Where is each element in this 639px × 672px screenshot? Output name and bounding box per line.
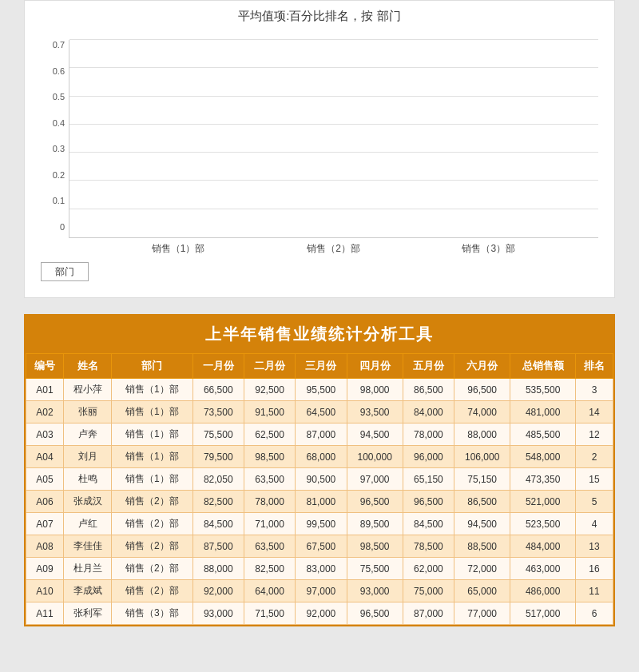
table-cell-r6-c8: 94,500 <box>454 513 510 535</box>
table-cell-r9-c0: A10 <box>26 580 64 602</box>
table-cell-r7-c9: 484,000 <box>510 535 576 558</box>
table-cell-r0-c2: 销售（1）部 <box>112 379 192 401</box>
y-label: 0.4 <box>41 118 69 128</box>
table-cell-r4-c3: 82,050 <box>192 468 244 491</box>
table-cell-r10-c1: 张利军 <box>63 602 111 625</box>
table-row: A07卢红销售（2）部84,50071,00099,50089,50084,50… <box>26 513 613 535</box>
table-cell-r5-c0: A06 <box>26 491 64 513</box>
table-cell-r3-c5: 68,000 <box>296 446 347 468</box>
table-cell-r7-c1: 李佳佳 <box>63 535 111 558</box>
table-cell-r8-c4: 82,500 <box>244 558 295 580</box>
table-row: A04刘月销售（1）部79,50098,50068,000100,00096,0… <box>26 446 613 468</box>
table-cell-r3-c9: 548,000 <box>510 446 576 468</box>
table-cell-r9-c10: 11 <box>576 580 613 602</box>
table-row: A01程小萍销售（1）部66,50092,50095,50098,00086,5… <box>26 379 613 401</box>
table-cell-r2-c5: 87,000 <box>296 423 347 446</box>
table-row: A11张利军销售（3）部93,00071,50092,00096,50087,0… <box>26 602 613 625</box>
table-header: 编号姓名部门一月份二月份三月份四月份五月份六月份总销售额排名 <box>26 354 613 379</box>
table-cell-r10-c7: 87,000 <box>403 602 454 625</box>
table-cell-r2-c10: 12 <box>576 423 613 446</box>
chart-title: 平均值项:百分比排名，按 部门 <box>41 9 598 24</box>
y-label: 0.1 <box>41 196 69 205</box>
table-cell-r6-c1: 卢红 <box>63 513 111 535</box>
table-cell-r1-c8: 74,000 <box>454 401 510 423</box>
table-cell-r0-c9: 535,500 <box>510 379 576 401</box>
table-row: A08李佳佳销售（2）部87,50063,50067,50098,50078,5… <box>26 535 613 558</box>
table-row: A05杜鸣销售（1）部82,05063,50090,50097,00065,15… <box>26 468 613 491</box>
table-cell-r0-c6: 98,000 <box>347 379 403 401</box>
table-cell-r0-c8: 96,500 <box>454 379 510 401</box>
table-cell-r5-c7: 96,500 <box>403 491 454 513</box>
table-cell-r3-c1: 刘月 <box>63 446 111 468</box>
table-cell-r0-c7: 86,500 <box>403 379 454 401</box>
table-row: A03卢奔销售（1）部75,50062,50087,00094,50078,00… <box>26 423 613 446</box>
table-cell-r8-c10: 16 <box>576 558 613 580</box>
table-cell-r10-c4: 71,500 <box>244 602 295 625</box>
table-cell-r5-c6: 96,500 <box>347 491 403 513</box>
col-header-1: 姓名 <box>63 354 111 379</box>
table-cell-r7-c5: 67,500 <box>296 535 347 558</box>
table-cell-r5-c8: 86,500 <box>454 491 510 513</box>
x-label-3: 销售（3）部 <box>457 242 521 256</box>
table-cell-r1-c3: 73,500 <box>192 401 244 423</box>
col-header-10: 排名 <box>576 354 613 379</box>
table-cell-r5-c4: 78,000 <box>244 491 295 513</box>
table-cell-r3-c7: 96,000 <box>403 446 454 468</box>
table-cell-r0-c1: 程小萍 <box>63 379 111 401</box>
table-cell-r8-c0: A09 <box>26 558 64 580</box>
data-table: 编号姓名部门一月份二月份三月份四月份五月份六月份总销售额排名 A01程小萍销售（… <box>26 353 613 625</box>
table-cell-r6-c10: 4 <box>576 513 613 535</box>
table-cell-r2-c0: A03 <box>26 423 64 446</box>
table-cell-r1-c6: 93,500 <box>347 401 403 423</box>
y-label: 0 <box>41 222 69 232</box>
table-cell-r5-c3: 82,500 <box>192 491 244 513</box>
table-cell-r0-c5: 95,500 <box>296 379 347 401</box>
table-cell-r10-c0: A11 <box>26 602 64 625</box>
col-header-6: 四月份 <box>347 354 403 379</box>
grid-and-bars <box>69 40 598 238</box>
table-cell-r8-c9: 463,000 <box>510 558 576 580</box>
x-labels: 销售（1）部 销售（2）部 销售（3）部 <box>69 242 598 256</box>
chart-legend: 部门 <box>41 262 598 281</box>
table-cell-r3-c6: 100,000 <box>347 446 403 468</box>
table-cell-r7-c10: 13 <box>576 535 613 558</box>
table-title: 上半年销售业绩统计分析工具 <box>26 316 613 353</box>
table-cell-r2-c7: 78,000 <box>403 423 454 446</box>
chart-section: 平均值项:百分比排名，按 部门 00.10.20.30.40.50.60.7 <box>24 0 615 298</box>
table-cell-r10-c10: 6 <box>576 602 613 625</box>
table-cell-r4-c6: 97,000 <box>347 468 403 491</box>
chart-area: 00.10.20.30.40.50.60.7 <box>41 32 598 256</box>
table-cell-r8-c7: 62,000 <box>403 558 454 580</box>
table-cell-r1-c1: 张丽 <box>63 401 111 423</box>
table-cell-r7-c2: 销售（2）部 <box>112 535 192 558</box>
table-row: A06张成汉销售（2）部82,50078,00081,00096,50096,5… <box>26 491 613 513</box>
col-header-5: 三月份 <box>296 354 347 379</box>
table-cell-r2-c3: 75,500 <box>192 423 244 446</box>
table-cell-r2-c9: 485,500 <box>510 423 576 446</box>
x-label-1: 销售（1）部 <box>146 242 210 256</box>
table-cell-r1-c7: 84,000 <box>403 401 454 423</box>
table-cell-r10-c5: 92,000 <box>296 602 347 625</box>
table-cell-r8-c5: 83,000 <box>296 558 347 580</box>
table-cell-r4-c2: 销售（1）部 <box>112 468 192 491</box>
table-cell-r3-c0: A04 <box>26 446 64 468</box>
table-cell-r8-c6: 75,500 <box>347 558 403 580</box>
y-axis: 00.10.20.30.40.50.60.7 <box>41 40 69 232</box>
legend-label[interactable]: 部门 <box>41 262 89 281</box>
table-cell-r4-c5: 90,500 <box>296 468 347 491</box>
table-cell-r4-c9: 473,350 <box>510 468 576 491</box>
col-header-9: 总销售额 <box>510 354 576 379</box>
table-cell-r4-c7: 65,150 <box>403 468 454 491</box>
table-cell-r6-c0: A07 <box>26 513 64 535</box>
table-cell-r9-c1: 李成斌 <box>63 580 111 602</box>
table-section: 上半年销售业绩统计分析工具 编号姓名部门一月份二月份三月份四月份五月份六月份总销… <box>24 314 615 626</box>
table-cell-r5-c10: 5 <box>576 491 613 513</box>
y-label: 0.7 <box>41 40 69 50</box>
table-cell-r0-c4: 92,500 <box>244 379 295 401</box>
table-cell-r3-c4: 98,500 <box>244 446 295 468</box>
table-cell-r7-c7: 78,500 <box>403 535 454 558</box>
table-row: A10李成斌销售（2）部92,00064,00097,00093,00075,0… <box>26 580 613 602</box>
table-cell-r8-c8: 72,000 <box>454 558 510 580</box>
table-cell-r2-c8: 88,000 <box>454 423 510 446</box>
table-cell-r4-c1: 杜鸣 <box>63 468 111 491</box>
